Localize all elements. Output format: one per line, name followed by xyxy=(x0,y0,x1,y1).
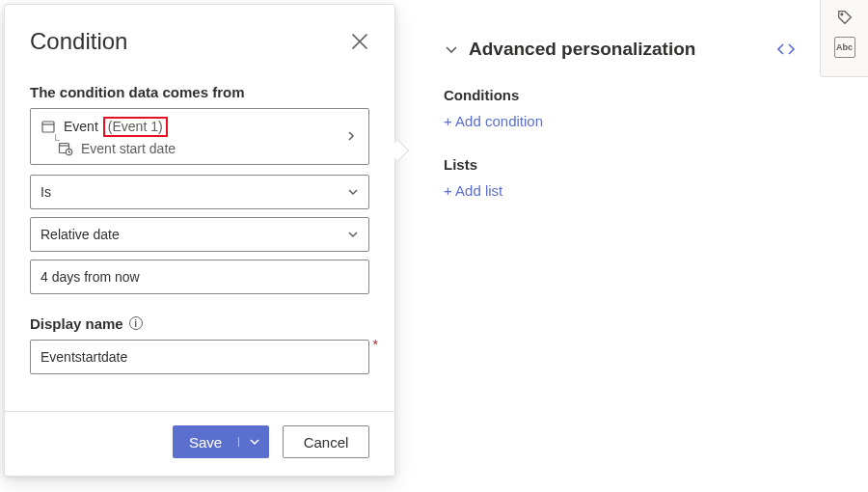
calendar-icon xyxy=(41,119,56,134)
required-indicator: * xyxy=(373,337,378,352)
tree-branch-icon: └ xyxy=(52,134,60,146)
personalization-title: Advanced personalization xyxy=(469,39,695,60)
add-condition-link[interactable]: + Add condition xyxy=(444,113,797,129)
cancel-button[interactable]: Cancel xyxy=(283,425,369,458)
close-button[interactable] xyxy=(350,32,369,51)
display-name-value: Eventstartdate xyxy=(41,349,127,365)
add-list-link[interactable]: + Add list xyxy=(444,182,797,199)
comparison-type-value: Relative date xyxy=(41,227,120,242)
relative-date-value[interactable]: 4 days from now xyxy=(30,260,369,294)
data-source-picker[interactable]: Event (Event 1) └ Event start date xyxy=(30,108,369,165)
data-source-label: The condition data comes from xyxy=(30,84,369,100)
relative-date-text: 4 days from now xyxy=(41,269,140,285)
operator-value: Is xyxy=(41,184,51,200)
display-name-input[interactable]: Eventstartdate * xyxy=(30,340,369,374)
svg-point-0 xyxy=(840,14,842,15)
save-button[interactable]: Save xyxy=(173,425,269,458)
source-attribute-label: Event start date xyxy=(81,141,176,156)
info-icon[interactable]: i xyxy=(129,316,143,330)
tag-icon[interactable] xyxy=(835,8,854,27)
operator-select[interactable]: Is xyxy=(30,175,369,209)
chevron-right-icon xyxy=(345,130,357,142)
advanced-personalization-panel: Advanced personalization Conditions + Ad… xyxy=(420,0,820,249)
abc-icon[interactable]: Abc xyxy=(834,37,855,58)
condition-panel: Condition The condition data comes from … xyxy=(4,4,395,477)
lists-section-label: Lists xyxy=(444,156,797,173)
chevron-down-icon xyxy=(444,41,459,57)
save-button-label: Save xyxy=(173,434,238,451)
panel-title: Condition xyxy=(30,28,127,55)
comparison-type-select[interactable]: Relative date xyxy=(30,217,369,252)
chevron-down-icon xyxy=(347,229,359,240)
panel-footer: Save Cancel xyxy=(5,411,394,476)
display-name-label: Display name i xyxy=(30,315,369,332)
calendar-clock-icon xyxy=(58,141,73,156)
save-split-button[interactable] xyxy=(238,437,269,447)
source-event-label: Event xyxy=(64,119,98,134)
chevron-down-icon xyxy=(347,186,359,198)
source-event-instance: (Event 1) xyxy=(103,117,168,137)
personalization-header-toggle[interactable]: Advanced personalization xyxy=(444,39,695,60)
svg-rect-1 xyxy=(42,122,54,132)
right-toolbar: Abc xyxy=(820,0,868,77)
conditions-section-label: Conditions xyxy=(444,87,797,103)
code-icon[interactable] xyxy=(775,39,797,60)
